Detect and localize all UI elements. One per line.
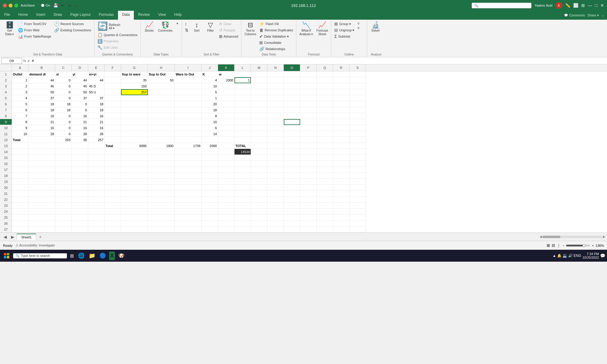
cell-e12[interactable]: 257 <box>88 137 105 143</box>
cell-n1[interactable] <box>267 71 284 77</box>
cell-k2[interactable]: 2000 <box>218 77 234 83</box>
cell-s6[interactable] <box>350 101 366 107</box>
cell-c3[interactable]: 0 <box>55 83 72 89</box>
taskbar-folder-icon[interactable]: 📁 <box>88 251 96 260</box>
cell-e3[interactable]: 45 D <box>88 83 105 89</box>
cell-a7[interactable]: 6 <box>12 107 28 113</box>
row-header-27[interactable]: 27 <box>0 226 12 232</box>
cell-r3[interactable] <box>333 83 350 89</box>
cell-c17[interactable] <box>55 167 72 173</box>
cell-o25[interactable] <box>284 215 300 220</box>
cell-g17[interactable] <box>121 167 148 173</box>
cell-j6[interactable]: 20 <box>202 101 218 107</box>
cell-e27[interactable] <box>88 226 105 232</box>
cell-s13[interactable] <box>350 143 366 149</box>
cell-n7[interactable] <box>267 107 284 113</box>
cell-b12[interactable] <box>28 137 55 143</box>
sheet-tab-sheet1[interactable]: Sheet1 <box>17 234 36 240</box>
cell-o23[interactable] <box>284 203 300 209</box>
cell-g11[interactable] <box>121 131 148 137</box>
cell-r6[interactable] <box>333 101 350 107</box>
cell-l7[interactable] <box>234 107 251 113</box>
cell-g20[interactable] <box>121 185 148 191</box>
cell-q1[interactable] <box>317 71 333 77</box>
cell-n6[interactable] <box>267 101 284 107</box>
autosave-toggle[interactable]: AutoSave On <box>21 3 50 7</box>
cell-b20[interactable] <box>28 185 55 191</box>
cell-j18[interactable] <box>202 173 218 179</box>
cell-p24[interactable] <box>300 209 317 215</box>
tab-help[interactable]: Help <box>170 11 186 20</box>
cell-o7[interactable] <box>284 107 300 113</box>
cell-o15[interactable] <box>284 155 300 161</box>
cell-s24[interactable] <box>350 209 366 215</box>
cell-k18[interactable] <box>218 173 234 179</box>
cell-p22[interactable] <box>300 197 317 203</box>
cell-b15[interactable] <box>28 155 55 161</box>
cell-k8[interactable] <box>218 113 234 119</box>
cell-j22[interactable] <box>202 197 218 203</box>
cell-j12[interactable] <box>202 137 218 143</box>
col-header-e[interactable]: E <box>88 64 105 71</box>
cell-j4[interactable]: 5 <box>202 89 218 95</box>
cell-l18[interactable] <box>234 173 251 179</box>
undo-btn[interactable]: ↩ <box>60 2 66 8</box>
cell-p25[interactable] <box>300 215 317 220</box>
cell-m17[interactable] <box>251 167 267 173</box>
cell-s10[interactable] <box>350 125 366 131</box>
task-view-btn[interactable]: ⊞ <box>69 252 75 260</box>
cell-h20[interactable] <box>148 185 175 191</box>
cell-g25[interactable] <box>121 215 148 220</box>
cell-h17[interactable] <box>148 167 175 173</box>
cell-f12[interactable] <box>105 137 121 143</box>
cell-b23[interactable] <box>28 203 55 209</box>
cell-a4[interactable]: 3 <box>12 89 28 95</box>
cell-n19[interactable] <box>267 179 284 185</box>
cell-e1[interactable]: xi+yi <box>88 71 105 77</box>
cell-d15[interactable] <box>72 155 88 161</box>
cell-e13[interactable] <box>88 143 105 149</box>
cell-g5[interactable] <box>121 95 148 101</box>
cell-a1[interactable]: Outlet <box>12 71 28 77</box>
cell-p15[interactable] <box>300 155 317 161</box>
cell-q3[interactable] <box>317 83 333 89</box>
row-header-12[interactable]: 12 <box>0 137 12 143</box>
cell-m9[interactable] <box>251 119 267 125</box>
cell-s16[interactable] <box>350 161 366 167</box>
cell-m21[interactable] <box>251 191 267 197</box>
cell-j23[interactable] <box>202 203 218 209</box>
cell-r4[interactable] <box>333 89 350 95</box>
col-header-p[interactable]: P <box>300 64 317 71</box>
cell-i11[interactable] <box>175 131 202 137</box>
cell-g2[interactable]: 35 <box>121 77 148 83</box>
cell-q6[interactable] <box>317 101 333 107</box>
col-header-k[interactable]: K <box>218 64 234 71</box>
cell-i12[interactable] <box>175 137 202 143</box>
cell-b18[interactable] <box>28 173 55 179</box>
cell-b10[interactable]: 16 <box>28 125 55 131</box>
cell-g12[interactable] <box>121 137 148 143</box>
cell-g6[interactable] <box>121 101 148 107</box>
cell-m2[interactable] <box>251 77 267 83</box>
cell-c20[interactable] <box>55 185 72 191</box>
cell-l22[interactable] <box>234 197 251 203</box>
cell-f2[interactable] <box>105 77 121 83</box>
cell-a8[interactable]: 7 <box>12 113 28 119</box>
cell-n4[interactable] <box>267 89 284 95</box>
cell-c2[interactable]: 0 <box>55 77 72 83</box>
cell-e22[interactable] <box>88 197 105 203</box>
cell-p21[interactable] <box>300 191 317 197</box>
cell-q8[interactable] <box>317 113 333 119</box>
cell-a3[interactable]: 2 <box>12 83 28 89</box>
cell-k11[interactable] <box>218 131 234 137</box>
cell-a14[interactable] <box>12 149 28 155</box>
taskbar-search[interactable]: 🔍 Type here to search <box>13 253 67 258</box>
restore-icon[interactable]: □ <box>595 3 597 8</box>
cell-d19[interactable] <box>72 179 88 185</box>
cell-i5[interactable] <box>175 95 202 101</box>
cell-k13[interactable] <box>218 143 234 149</box>
col-header-d[interactable]: D <box>72 64 88 71</box>
cell-f1[interactable] <box>105 71 121 77</box>
cell-l3[interactable] <box>234 83 251 89</box>
cell-h21[interactable] <box>148 191 175 197</box>
